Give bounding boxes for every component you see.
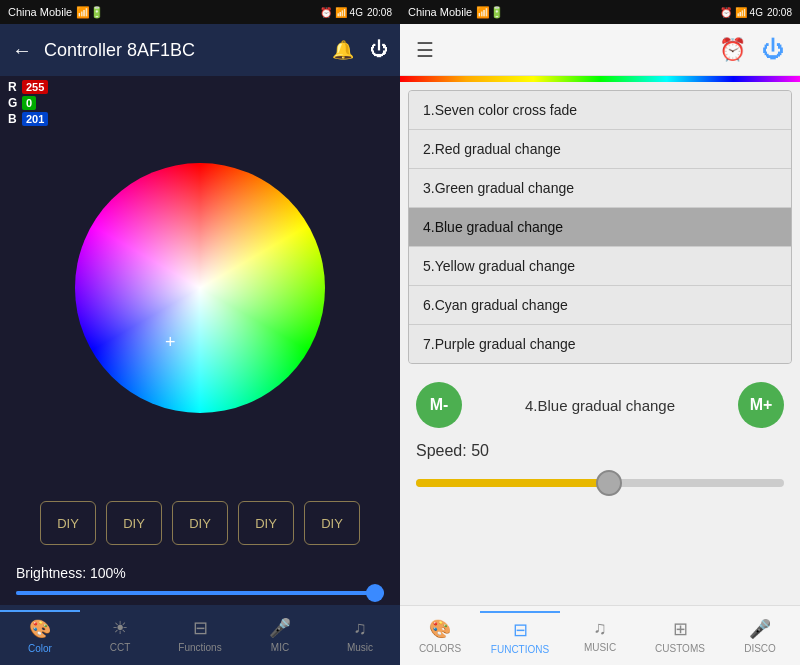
speed-slider[interactable] bbox=[416, 468, 784, 498]
func-item-5[interactable]: 5.Yellow gradual change bbox=[409, 247, 791, 286]
diy-button-1[interactable]: DIY bbox=[40, 501, 96, 545]
nav-music[interactable]: ♫ Music bbox=[320, 612, 400, 659]
right-panel: China Mobile 📶🔋 ⏰ 📶 4G 20:08 ☰ ⏰ ⏻ 1.Sev… bbox=[400, 0, 800, 665]
func-item-7[interactable]: 7.Purple gradual change bbox=[409, 325, 791, 363]
nav-cct-label: CCT bbox=[110, 642, 131, 653]
left-status-bar: China Mobile 📶🔋 ⏰ 📶 4G 20:08 bbox=[0, 0, 400, 24]
right-carrier: China Mobile bbox=[408, 6, 472, 18]
right-status-icons: ⏰ 📶 4G bbox=[720, 7, 763, 18]
function-controls: M- 4.Blue gradual change M+ bbox=[400, 372, 800, 438]
right-nav-music[interactable]: ♫ MUSIC bbox=[560, 612, 640, 659]
brightness-slider[interactable] bbox=[0, 585, 400, 605]
speed-label: Speed: 50 bbox=[416, 442, 784, 460]
speed-fill bbox=[416, 479, 600, 487]
colors-nav-icon: 🎨 bbox=[429, 618, 451, 640]
nav-mic-label: MIC bbox=[271, 642, 289, 653]
nav-mic[interactable]: 🎤 MIC bbox=[240, 611, 320, 659]
hamburger-icon[interactable]: ☰ bbox=[416, 38, 434, 62]
diy-buttons-row: DIY DIY DIY DIY DIY bbox=[0, 489, 400, 557]
left-panel: China Mobile 📶🔋 ⏰ 📶 4G 20:08 ← Controlle… bbox=[0, 0, 400, 665]
back-button[interactable]: ← bbox=[12, 39, 32, 62]
right-bottom-nav: 🎨 COLORS ⊟ FUNCTIONS ♫ MUSIC ⊞ CUSTOMS 🎤… bbox=[400, 605, 800, 665]
selected-function-label: 4.Blue gradual change bbox=[474, 397, 726, 414]
b-value: 201 bbox=[26, 113, 44, 125]
b-bar: 201 bbox=[22, 112, 48, 126]
right-nav-customs[interactable]: ⊞ CUSTOMS bbox=[640, 612, 720, 660]
g-value: 0 bbox=[26, 97, 32, 109]
func-item-2[interactable]: 2.Red gradual change bbox=[409, 130, 791, 169]
right-nav-music-label: MUSIC bbox=[584, 642, 616, 653]
right-nav-functions[interactable]: ⊟ FUNCTIONS bbox=[480, 611, 560, 661]
color-wheel-container[interactable]: + bbox=[0, 86, 400, 489]
nav-cct[interactable]: ☀ CCT bbox=[80, 611, 160, 659]
color-wheel[interactable]: + bbox=[75, 163, 325, 413]
left-bottom-nav: 🎨 Color ☀ CCT ⊟ Functions 🎤 MIC ♫ Music bbox=[0, 605, 400, 665]
right-nav-customs-label: CUSTOMS bbox=[655, 643, 705, 654]
crosshair-icon: + bbox=[165, 332, 176, 353]
func-item-4[interactable]: 4.Blue gradual change bbox=[409, 208, 791, 247]
nav-music-label: Music bbox=[347, 642, 373, 653]
r-bar: 255 bbox=[22, 80, 48, 94]
left-time: 20:08 bbox=[367, 7, 392, 18]
left-status-icons: ⏰ 📶 4G bbox=[320, 7, 363, 18]
right-nav-colors[interactable]: 🎨 COLORS bbox=[400, 612, 480, 660]
diy-button-2[interactable]: DIY bbox=[106, 501, 162, 545]
func-item-3[interactable]: 3.Green gradual change bbox=[409, 169, 791, 208]
right-signal-icons: 📶🔋 bbox=[476, 6, 504, 19]
music-right-nav-icon: ♫ bbox=[593, 618, 607, 639]
power-icon[interactable]: ⏻ bbox=[370, 39, 388, 61]
controller-title: Controller 8AF1BC bbox=[44, 40, 320, 61]
brightness-thumb[interactable] bbox=[366, 584, 384, 602]
diy-button-4[interactable]: DIY bbox=[238, 501, 294, 545]
left-signal-icons: 📶🔋 bbox=[76, 6, 104, 19]
func-item-1[interactable]: 1.Seven color cross fade bbox=[409, 91, 791, 130]
functions-nav-icon: ⊟ bbox=[193, 617, 208, 639]
speed-thumb[interactable] bbox=[596, 470, 622, 496]
functions-right-nav-icon: ⊟ bbox=[513, 619, 528, 641]
left-carrier: China Mobile bbox=[8, 6, 72, 18]
nav-functions-label: Functions bbox=[178, 642, 221, 653]
functions-list: 1.Seven color cross fade 2.Red gradual c… bbox=[408, 90, 792, 364]
speed-section: Speed: 50 bbox=[400, 438, 800, 506]
mic-nav-icon: 🎤 bbox=[269, 617, 291, 639]
right-nav-disco[interactable]: 🎤 DISCO bbox=[720, 612, 800, 660]
customs-nav-icon: ⊞ bbox=[673, 618, 688, 640]
right-time: 20:08 bbox=[767, 7, 792, 18]
right-power-icon[interactable]: ⏻ bbox=[762, 37, 784, 63]
right-nav-colors-label: COLORS bbox=[419, 643, 461, 654]
color-nav-icon: 🎨 bbox=[29, 618, 51, 640]
right-nav-functions-label: FUNCTIONS bbox=[491, 644, 549, 655]
right-top-bar: ☰ ⏰ ⏻ bbox=[400, 24, 800, 76]
m-plus-button[interactable]: M+ bbox=[738, 382, 784, 428]
m-minus-button[interactable]: M- bbox=[416, 382, 462, 428]
g-bar: 0 bbox=[22, 96, 36, 110]
func-item-6[interactable]: 6.Cyan gradual change bbox=[409, 286, 791, 325]
nav-color[interactable]: 🎨 Color bbox=[0, 610, 80, 660]
alarm-icon[interactable]: 🔔 bbox=[332, 39, 354, 61]
b-label: B bbox=[8, 112, 18, 126]
cct-nav-icon: ☀ bbox=[112, 617, 128, 639]
r-label: R bbox=[8, 80, 18, 94]
brightness-label: Brightness: 100% bbox=[0, 557, 400, 585]
nav-color-label: Color bbox=[28, 643, 52, 654]
right-alarm-icon[interactable]: ⏰ bbox=[719, 37, 746, 63]
nav-functions[interactable]: ⊟ Functions bbox=[160, 611, 240, 659]
disco-nav-icon: 🎤 bbox=[749, 618, 771, 640]
diy-button-3[interactable]: DIY bbox=[172, 501, 228, 545]
r-value: 255 bbox=[26, 81, 44, 93]
top-color-bar bbox=[400, 76, 800, 82]
left-top-bar: ← Controller 8AF1BC 🔔 ⏻ bbox=[0, 24, 400, 76]
right-nav-disco-label: DISCO bbox=[744, 643, 776, 654]
right-status-bar: China Mobile 📶🔋 ⏰ 📶 4G 20:08 bbox=[400, 0, 800, 24]
g-label: G bbox=[8, 96, 18, 110]
diy-button-5[interactable]: DIY bbox=[304, 501, 360, 545]
rgb-indicators: R 255 G 0 B 201 bbox=[8, 80, 48, 126]
music-nav-icon: ♫ bbox=[353, 618, 367, 639]
